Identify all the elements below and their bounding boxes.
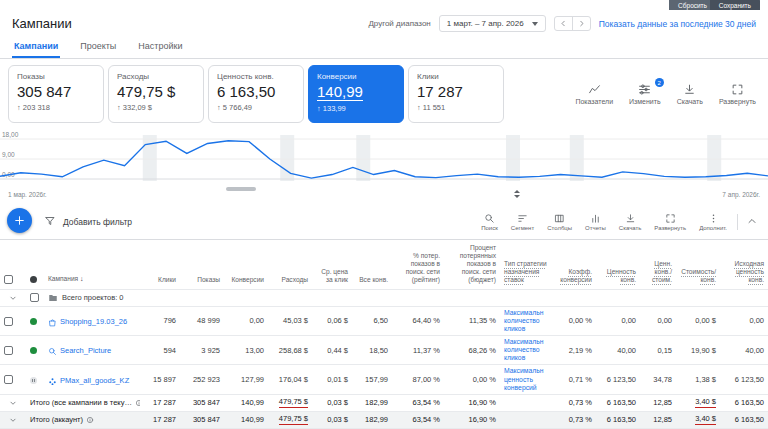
column-header-all-conv[interactable]: Все конв. (352, 276, 392, 286)
status-enabled-icon[interactable] (30, 318, 37, 325)
tab-campaigns[interactable]: Кампании (12, 38, 60, 58)
table-cell: 63,54 % (392, 413, 444, 426)
more-button[interactable]: Дополнит. (699, 213, 727, 231)
sort-desc-icon: ↓ (80, 275, 84, 282)
table-cell: 40,00 (596, 344, 640, 357)
row-checkbox[interactable] (4, 317, 13, 326)
table-cell[interactable]: Максимальн количество кликов (500, 307, 552, 335)
chart-scrollbar[interactable] (226, 187, 256, 191)
save-button[interactable]: Сохранить (710, 0, 760, 10)
columns-button[interactable]: Столбцы (547, 213, 572, 231)
scorecard-conv-value[interactable]: Ценность конв.6 163,50↑ 5 766,49 (208, 65, 304, 123)
prev-period-button[interactable] (555, 17, 572, 30)
collapse-table-button[interactable] (746, 213, 758, 231)
add-filter-label[interactable]: Добавить фильтр (63, 217, 132, 227)
column-header-status[interactable] (26, 276, 44, 286)
scorecard-conversions[interactable]: Конверсии140,99↑ 133,99 (308, 65, 404, 123)
table-row: PMax_all_goods_KZ15 897252 923127,99176,… (0, 365, 768, 394)
pmax-campaign-icon (48, 377, 57, 386)
table-cell: 252 923 (180, 373, 224, 386)
metrics-button[interactable]: Показатели (575, 83, 613, 105)
campaign-link[interactable]: PMax_all_goods_KZ (60, 376, 129, 385)
expand-button[interactable]: Развернуть (719, 83, 756, 105)
row-checkbox-cell (0, 343, 26, 357)
column-header-conversions[interactable]: Конверсии (224, 276, 268, 286)
download-button[interactable]: Скачать (677, 83, 703, 105)
table-cell: 18,50 (352, 344, 392, 357)
column-header-select[interactable] (0, 275, 26, 286)
reset-button[interactable]: Сбросить (669, 0, 716, 10)
column-header-cost-per-conv[interactable]: Стоимость/конв. (676, 268, 720, 286)
page-title: Кампании (12, 16, 72, 31)
column-header-avg-cpc[interactable]: Ср. цена за клик (312, 268, 352, 286)
table-cell: 12,85 (640, 413, 676, 426)
next-period-button[interactable] (572, 17, 590, 30)
column-header-orig-conv-value[interactable]: Исходная ценность конв. (720, 260, 768, 286)
column-header-clicks[interactable]: Клики (140, 276, 180, 286)
performance-chart[interactable]: 18,009,000,00 (0, 129, 768, 187)
select-all-checkbox[interactable] (4, 275, 13, 284)
table-cell: 0,73 % (552, 413, 596, 426)
table-cell: 63,54 % (392, 396, 444, 409)
expand-chevron-button[interactable] (0, 413, 26, 427)
status-enabled-icon[interactable] (30, 347, 37, 354)
row-checkbox[interactable] (4, 375, 13, 384)
scorecard-impressions[interactable]: Показы305 847↑ 203 318 (8, 65, 104, 123)
plus-icon (13, 214, 26, 227)
search-icon (484, 213, 495, 224)
caret-down-icon (532, 22, 538, 26)
expand-chevron-button[interactable] (0, 291, 26, 305)
chart-resize-handle[interactable] (514, 190, 520, 198)
search-button[interactable]: Поиск (481, 213, 498, 231)
table-cell: 0,03 $ (312, 413, 352, 426)
download-button[interactable]: Скачать (619, 213, 642, 231)
scorecard-delta: ↑ 203 318 (17, 103, 95, 112)
table-cell: 6 163,50 (596, 396, 640, 409)
table-cell[interactable]: Максимальн количество кликов (500, 336, 552, 364)
button-label: Скачать (619, 225, 642, 231)
campaign-cell: Shopping_19.03_26 (44, 313, 140, 329)
column-header-bid-strategy[interactable]: Тип стратегии назначения ставок (500, 260, 552, 286)
table-cell: 0,01 $ (312, 373, 352, 386)
reports-button[interactable]: Отчеты (585, 213, 606, 231)
column-header-impressions[interactable]: Показы (180, 276, 224, 286)
column-header-campaign[interactable]: Кампания ↓ (44, 275, 140, 285)
flagged-value: 479,75 $ (279, 414, 308, 425)
expand-button[interactable]: Развернуть (654, 213, 686, 231)
show-last-30-days-link[interactable]: Показать данные за последние 30 дней (599, 19, 756, 29)
scorecard-delta: ↑ 11 551 (417, 103, 495, 112)
campaign-link[interactable]: Shopping_19.03_26 (60, 317, 127, 326)
date-range-controls: Другой диапазон 1 март. – 7 апр. 2026 По… (368, 15, 756, 32)
row-checkbox-cell (0, 314, 26, 328)
column-header-value-per-cost[interactable]: Ценн. конв./стоим. (640, 260, 676, 286)
scorecard-value: 17 287 (417, 83, 495, 100)
tab-projects[interactable]: Проекты (78, 38, 118, 58)
campaign-link[interactable]: Search_Picture (60, 346, 111, 355)
table-cell: 127,99 (224, 373, 268, 386)
filter-bar: Добавить фильтр ПоискСегментСтолбцыОтчет… (0, 205, 768, 239)
edit-button[interactable]: Изменить2 (629, 83, 661, 105)
row-checkbox[interactable] (4, 346, 13, 355)
table-cell: 87,00 % (392, 373, 444, 386)
google-ads-campaigns-page: Сбросить Сохранить Кампании Другой диапа… (0, 0, 768, 429)
column-header-conv-rate[interactable]: Коэфф. конверсии (552, 268, 596, 286)
column-header-conv-value[interactable]: Ценность конв. (596, 268, 640, 286)
date-range-select[interactable]: 1 март. – 7 апр. 2026 (439, 15, 546, 32)
column-header-lost-is-budget[interactable]: Процент потерянных показов в поиск. сети… (444, 244, 500, 286)
table-cell: 0,00 (224, 314, 268, 327)
scorecard-clicks[interactable]: Клики17 287↑ 11 551 (408, 65, 504, 123)
chevron-up-icon (746, 215, 758, 227)
tab-settings[interactable]: Настройки (136, 38, 184, 58)
up-arrow-icon: ↑ (17, 103, 21, 112)
status-paused-icon[interactable] (30, 377, 37, 384)
column-header-lost-is-rank[interactable]: % потер. показов в поиск. сети (рейтинг) (392, 252, 444, 286)
segment-button[interactable]: Сегмент (511, 213, 534, 231)
scorecard-cost[interactable]: Расходы479,75 $↑ 332,09 $ (108, 65, 204, 123)
expand-chevron-button[interactable] (0, 396, 26, 410)
column-header-cost[interactable]: Расходы (268, 276, 312, 286)
filter-button[interactable] (44, 213, 56, 231)
add-campaign-button[interactable] (7, 208, 32, 233)
up-arrow-icon: ↑ (217, 103, 221, 112)
row-checkbox[interactable] (30, 293, 39, 302)
table-cell[interactable]: Максимальн ценность конверсий (500, 365, 552, 393)
